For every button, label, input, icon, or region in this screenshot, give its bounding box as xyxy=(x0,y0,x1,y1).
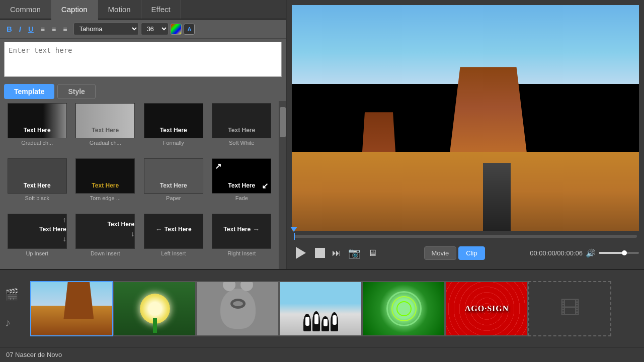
size-select[interactable]: 36 xyxy=(141,23,169,35)
template-item-formally[interactable]: Text Here Formally xyxy=(140,103,207,156)
underline-button[interactable]: U xyxy=(26,24,36,34)
clip-button[interactable]: Clip xyxy=(458,246,485,260)
volume-thumb[interactable] xyxy=(622,250,627,255)
align-left-button[interactable]: ≡ xyxy=(38,24,47,34)
align-right-button[interactable]: ≡ xyxy=(60,24,69,34)
text-toolbar: B I U ≡ ≡ ≡ Tahoma 36 A xyxy=(0,20,286,39)
play-button[interactable] xyxy=(292,244,310,262)
video-preview xyxy=(292,5,639,231)
scrollbar-thumb[interactable] xyxy=(280,107,286,137)
snapshot-button[interactable]: 📷 xyxy=(346,245,363,261)
volume-icon: 🔊 xyxy=(586,248,596,258)
template-item-gradual-ch2[interactable]: Text Here Gradual ch... xyxy=(72,103,139,156)
play-icon xyxy=(296,247,306,259)
timeline-progress xyxy=(294,233,295,240)
right-panel: ⏭ 📷 🖥 Movie Clip 00:00:00/00:00:06 🔊 xyxy=(287,0,644,269)
template-style-row: Template Style xyxy=(0,80,286,101)
ground-layer xyxy=(292,152,639,231)
time-display: 00:00:00/00:00:06 xyxy=(530,249,583,257)
stop-icon xyxy=(315,248,325,258)
text-input[interactable] xyxy=(5,42,281,76)
template-grid-container: Text Here Gradual ch... Text Here Gradua… xyxy=(0,101,286,269)
template-item-down-insert[interactable]: Text Here ↓ Down Insert xyxy=(72,214,139,267)
tab-effect[interactable]: Effect xyxy=(141,0,181,19)
template-grid-scrollbar[interactable] xyxy=(279,101,286,269)
video-controls: ⏭ 📷 🖥 Movie Clip 00:00:00/00:00:06 🔊 xyxy=(292,242,639,264)
road xyxy=(483,163,511,231)
align-center-button[interactable]: ≡ xyxy=(49,24,58,34)
controls-top: ⏭ 📷 🖥 Movie Clip 00:00:00/00:00:06 🔊 xyxy=(292,244,639,262)
timeline-marker xyxy=(290,227,297,232)
template-item-soft-white[interactable]: Text Here Soft White xyxy=(209,103,275,156)
status-text: 07 Nascer de Novo xyxy=(6,351,62,358)
filmstrip-icons: 🎬 ♪ xyxy=(5,270,19,347)
movie-button[interactable]: Movie xyxy=(424,246,457,260)
video-timeline[interactable] xyxy=(294,235,637,238)
template-button[interactable]: Template xyxy=(4,84,54,99)
italic-button[interactable]: I xyxy=(17,24,24,34)
tab-caption[interactable]: Caption xyxy=(51,0,98,20)
template-item-paper[interactable]: Text Here Paper xyxy=(140,158,207,212)
filmstrip-item-5[interactable] xyxy=(362,281,445,336)
template-item-left-insert[interactable]: ← Text Here Left Insert xyxy=(140,214,207,267)
filmstrip-item-2[interactable] xyxy=(113,281,196,336)
filmstrip-item-4[interactable] xyxy=(279,281,362,336)
tab-motion[interactable]: Motion xyxy=(98,0,141,19)
template-item-soft-black[interactable]: Text Here Soft black xyxy=(4,158,70,212)
volume-fill xyxy=(599,252,623,254)
filmstrip-item-6[interactable]: AGO·SIGN xyxy=(445,281,528,336)
text-color-button[interactable]: A xyxy=(184,24,195,35)
template-item-torn-edge[interactable]: Text Here Torn edge ... xyxy=(72,158,139,212)
color-picker-button[interactable] xyxy=(171,24,182,35)
tab-common[interactable]: Common xyxy=(0,0,51,19)
tab-bar: Common Caption Motion Effect xyxy=(0,0,286,20)
bold-button[interactable]: B xyxy=(4,24,15,34)
template-item-up-insert[interactable]: ↑ Text Here ↓ Up Insert xyxy=(4,214,70,267)
video-preview-container xyxy=(292,5,639,231)
skip-button[interactable]: ⏭ xyxy=(330,246,343,260)
display-button[interactable]: 🖥 xyxy=(366,246,379,260)
movie-clip-toggle: Movie Clip xyxy=(424,246,485,260)
template-item-gradual-ch1[interactable]: Text Here Gradual ch... xyxy=(4,103,70,156)
template-item-right-insert[interactable]: Text Here → Right Insert xyxy=(209,214,275,267)
style-button[interactable]: Style xyxy=(57,84,95,99)
volume-slider[interactable] xyxy=(599,252,639,254)
status-bar: 07 Nascer de Novo xyxy=(0,347,644,362)
filmstrip-item-3[interactable] xyxy=(196,281,279,336)
filmstrip: 🎬 ♪ xyxy=(0,269,644,347)
left-panel: Common Caption Motion Effect B I U ≡ ≡ ≡… xyxy=(0,0,287,269)
filmstrip-item-7[interactable]: 🎞 xyxy=(528,281,611,336)
filmstrip-item-1[interactable] xyxy=(30,281,113,336)
font-select[interactable]: Tahoma xyxy=(73,23,139,35)
text-input-area xyxy=(4,42,282,77)
film-reel-icon[interactable]: 🎬 xyxy=(5,288,19,301)
template-grid: Text Here Gradual ch... Text Here Gradua… xyxy=(0,101,279,269)
stop-button[interactable] xyxy=(313,246,327,260)
volume-control: 🔊 xyxy=(586,248,639,258)
music-icon[interactable]: ♪ xyxy=(5,316,19,329)
template-item-fade[interactable]: ↗ ↙ Text Here Fade xyxy=(209,158,275,212)
